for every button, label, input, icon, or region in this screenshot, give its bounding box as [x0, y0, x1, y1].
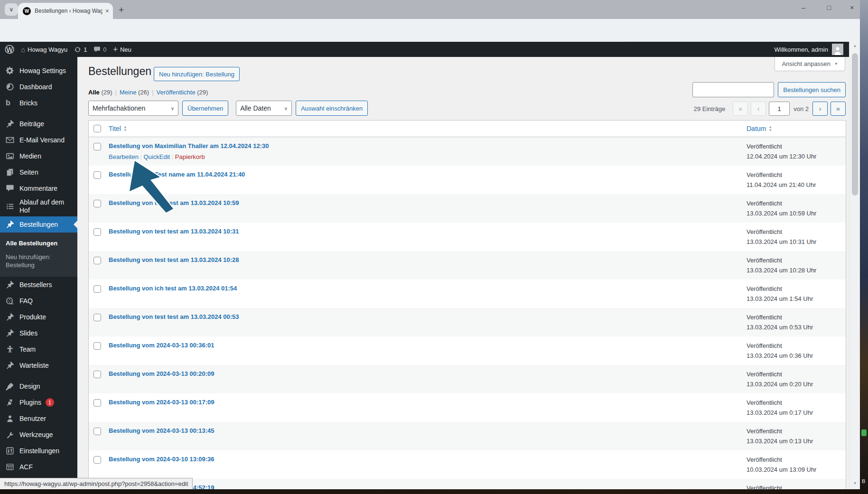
main-content: Ansicht anpassen ▼ Bestellungen Neu hinz…: [77, 57, 849, 494]
search-row: Bestellungen suchen: [692, 82, 846, 97]
row-title-link[interactable]: Bestellung von test test am 13.03.2024 1…: [109, 256, 239, 263]
admin-bar-updates[interactable]: 1: [74, 46, 87, 53]
filter-link-veröffentlichte[interactable]: Veröffentlichte (29): [157, 89, 208, 96]
sidebar-item-dashboard[interactable]: Dashboard: [0, 79, 77, 95]
column-header-date[interactable]: Datum ▲▼: [747, 125, 772, 132]
admin-bar-comments[interactable]: 0: [93, 46, 106, 53]
sidebar-item-werkzeuge[interactable]: Werkzeuge: [0, 427, 77, 443]
scrollbar-thumb[interactable]: [852, 53, 858, 196]
select-all-checkbox[interactable]: [93, 125, 101, 132]
status-bar-tooltip: https://howag-wagyu.at/wp-admin/post.php…: [0, 478, 193, 489]
sidebar-item-label: Kommentare: [19, 185, 57, 193]
row-checkbox[interactable]: [93, 200, 101, 207]
sidebar-item-design[interactable]: Design: [0, 378, 77, 394]
updates-count: 1: [84, 46, 87, 53]
sidebar-item-kommentare[interactable]: Kommentare: [0, 180, 77, 196]
row-checkbox[interactable]: [93, 456, 101, 464]
sidebar-item-ablauf-auf-dem-hof[interactable]: Ablauf auf dem Hof: [0, 196, 77, 216]
sidebar-item-bestsellers[interactable]: Bestsellers: [0, 277, 77, 293]
sidebar-item-bricks[interactable]: bBricks: [0, 95, 77, 111]
table-row: Bestellung von Test name am 11.04.2024 2…: [89, 166, 846, 194]
row-checkbox[interactable]: [93, 228, 101, 236]
row-title-link[interactable]: Bestellung vom 2024-03-13 00:20:09: [109, 370, 215, 377]
date-filter-select[interactable]: Alle Daten ∨: [236, 101, 292, 116]
sidebar-item-einstellungen[interactable]: Einstellungen: [0, 443, 77, 459]
sidebar-item-warteliste[interactable]: Warteliste: [0, 357, 77, 373]
tab-search-button[interactable]: ∨: [5, 3, 18, 16]
bulk-action-select[interactable]: Mehrfachaktionen ∨: [88, 101, 178, 116]
row-checkbox[interactable]: [93, 285, 101, 293]
publish-date: 13.03.2024 um 10:28 Uhr: [747, 265, 816, 275]
row-date-cell: Veröffentlicht12.04.2024 um 12:30 Uhr: [747, 141, 816, 161]
sidebar-item-e-mail-versand[interactable]: E-Mail Versand: [0, 132, 77, 148]
publish-date: 13.03.2024 um 0:17 Uhr: [747, 408, 813, 418]
screen-options-toggle[interactable]: Ansicht anpassen ▼: [775, 57, 845, 71]
row-title-link[interactable]: Bestellung vom 2024-03-13 00:36:01: [109, 342, 215, 349]
search-input[interactable]: [692, 82, 774, 97]
window-maximize-button[interactable]: □: [822, 4, 836, 11]
row-checkbox[interactable]: [93, 257, 101, 264]
table-row: Bestellung von test test am 13.03.2024 1…: [89, 194, 846, 223]
sidebar-item-howag-settings[interactable]: Howag Settings: [0, 63, 77, 79]
last-page-button[interactable]: »: [831, 102, 846, 116]
table-row: Bestellung vom 2024-03-13 00:13:45Veröff…: [89, 422, 846, 450]
row-checkbox[interactable]: [93, 399, 101, 407]
table-row: Bestellung vom 2024-03-13 00:36:01Veröff…: [89, 336, 846, 365]
sidebar-item-seiten[interactable]: Seiten: [0, 164, 77, 180]
tab-close-icon[interactable]: ×: [105, 7, 109, 15]
trash-link[interactable]: Papierkorb: [175, 153, 205, 160]
row-title-link[interactable]: Bestellung von ich test am 13.03.2024 01…: [109, 285, 237, 292]
row-checkbox[interactable]: [93, 342, 101, 350]
wrench-icon: [6, 430, 15, 439]
filter-link-meine[interactable]: Meine (26): [120, 89, 149, 96]
admin-avatar[interactable]: [832, 44, 843, 55]
row-title-link[interactable]: Bestellung vom 2024-03-13 00:13:45: [109, 427, 215, 434]
row-title-link[interactable]: Bestellung vom 2024-03-13 00:17:09: [109, 399, 215, 406]
row-date-cell: Veröffentlicht13.03.2024 um 0:17 Uhr: [747, 398, 813, 418]
next-page-button[interactable]: ›: [812, 102, 828, 116]
sidebar-item-beitr-ge[interactable]: Beiträge: [0, 116, 77, 132]
admin-bar-new[interactable]: + Neu: [113, 45, 131, 54]
scroll-down-icon[interactable]: ▼: [849, 481, 860, 485]
submenu-item-neu-hinzuf-gen-bestellung[interactable]: Neu hinzufügen: Bestellung: [0, 250, 66, 272]
chevron-down-icon: ∨: [284, 106, 288, 111]
column-header-title[interactable]: Titel ▲▼: [109, 125, 127, 132]
apply-button[interactable]: Übernehmen: [182, 101, 228, 116]
window-minimize-button[interactable]: –: [796, 4, 811, 11]
row-title-link[interactable]: Bestellung von Maximilian Thaller am 12.…: [109, 142, 269, 149]
row-checkbox[interactable]: [93, 314, 101, 321]
row-date-cell: Veröffentlicht13.03.2024 um 10:28 Uhr: [747, 255, 816, 275]
current-page-input[interactable]: [769, 102, 790, 116]
sidebar-item-produkte[interactable]: Produkte: [0, 309, 77, 325]
row-title-link[interactable]: Bestellung vom 2024-03-10 13:09:36: [109, 456, 215, 463]
sidebar-item-bestellungen[interactable]: Bestellungen: [0, 216, 77, 233]
scroll-up-icon[interactable]: ▲: [849, 44, 860, 48]
row-checkbox[interactable]: [93, 143, 101, 150]
row-title-link[interactable]: Bestellung von test test am 13.03.2024 1…: [109, 228, 239, 235]
admin-bar-site-link[interactable]: ⌂ Howag Wagyu: [21, 46, 67, 54]
status-label: Veröffentlicht: [747, 312, 813, 322]
sidebar-item-medien[interactable]: Medien: [0, 148, 77, 164]
browser-tab[interactable]: W Bestellungen ‹ Howag Wagyu – ×: [18, 3, 113, 19]
row-checkbox[interactable]: [93, 171, 101, 179]
sidebar-item-benutzer[interactable]: Benutzer: [0, 410, 77, 427]
search-button[interactable]: Bestellungen suchen: [778, 82, 846, 97]
filter-link-alle[interactable]: Alle (29): [88, 89, 112, 96]
welcome-text[interactable]: Willkommen, admin: [775, 46, 828, 53]
sidebar-item-faq[interactable]: FAQ: [0, 293, 77, 309]
wordpress-logo-icon[interactable]: Ⓦ: [5, 43, 14, 56]
row-checkbox[interactable]: [93, 371, 101, 378]
add-new-button[interactable]: Neu hinzufügen: Bestellung: [154, 67, 240, 81]
page-scrollbar[interactable]: ▲ ▼: [849, 42, 860, 494]
filter-button[interactable]: Auswahl einschränken: [296, 101, 368, 116]
window-close-button[interactable]: ×: [845, 4, 859, 11]
submenu-item-alle-bestellungen[interactable]: Alle Bestellungen: [0, 236, 66, 250]
status-label: Veröffentlicht: [747, 170, 816, 180]
new-tab-button[interactable]: +: [119, 5, 124, 15]
sidebar-item-slides[interactable]: Slides: [0, 325, 77, 341]
sidebar-item-plugins[interactable]: Plugins1: [0, 394, 77, 410]
sidebar-item-acf[interactable]: ACF: [0, 459, 77, 475]
row-title-link[interactable]: Bestellung von test test am 13.03.2024 0…: [109, 313, 239, 320]
sidebar-item-team[interactable]: Team: [0, 341, 77, 357]
row-checkbox[interactable]: [93, 428, 101, 435]
